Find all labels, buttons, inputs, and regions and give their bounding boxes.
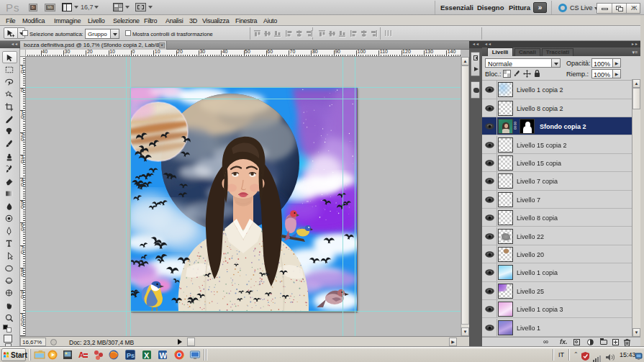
svg-text:W: W — [160, 351, 168, 360]
svg-text:A: A — [78, 350, 84, 359]
svg-text:Ps: Ps — [127, 352, 135, 359]
svg-text:X: X — [144, 351, 150, 360]
